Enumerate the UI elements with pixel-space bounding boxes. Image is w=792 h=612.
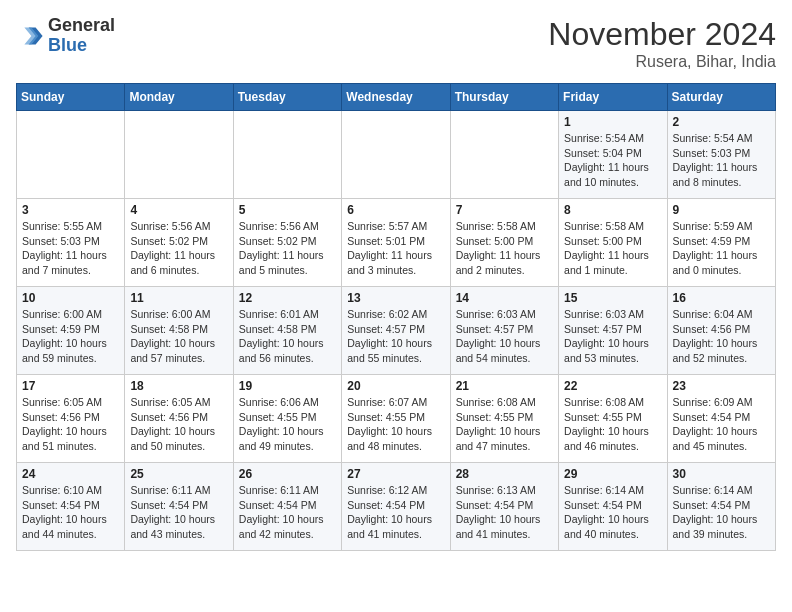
calendar-cell: 20Sunrise: 6:07 AM Sunset: 4:55 PM Dayli… — [342, 375, 450, 463]
day-info: Sunrise: 5:58 AM Sunset: 5:00 PM Dayligh… — [564, 219, 661, 278]
day-info: Sunrise: 6:00 AM Sunset: 4:58 PM Dayligh… — [130, 307, 227, 366]
day-number: 13 — [347, 291, 444, 305]
day-info: Sunrise: 5:54 AM Sunset: 5:04 PM Dayligh… — [564, 131, 661, 190]
day-info: Sunrise: 6:14 AM Sunset: 4:54 PM Dayligh… — [564, 483, 661, 542]
day-info: Sunrise: 6:03 AM Sunset: 4:57 PM Dayligh… — [564, 307, 661, 366]
weekday-header-monday: Monday — [125, 84, 233, 111]
weekday-header-row: SundayMondayTuesdayWednesdayThursdayFrid… — [17, 84, 776, 111]
day-info: Sunrise: 6:11 AM Sunset: 4:54 PM Dayligh… — [239, 483, 336, 542]
day-number: 23 — [673, 379, 770, 393]
calendar-body: 1Sunrise: 5:54 AM Sunset: 5:04 PM Daylig… — [17, 111, 776, 551]
day-info: Sunrise: 6:01 AM Sunset: 4:58 PM Dayligh… — [239, 307, 336, 366]
day-info: Sunrise: 6:14 AM Sunset: 4:54 PM Dayligh… — [673, 483, 770, 542]
logo-general-text: General — [48, 15, 115, 35]
calendar-cell: 1Sunrise: 5:54 AM Sunset: 5:04 PM Daylig… — [559, 111, 667, 199]
day-number: 8 — [564, 203, 661, 217]
day-number: 9 — [673, 203, 770, 217]
title-block: November 2024 Rusera, Bihar, India — [548, 16, 776, 71]
calendar-cell: 6Sunrise: 5:57 AM Sunset: 5:01 PM Daylig… — [342, 199, 450, 287]
calendar-cell — [233, 111, 341, 199]
day-info: Sunrise: 5:57 AM Sunset: 5:01 PM Dayligh… — [347, 219, 444, 278]
calendar-week-1: 1Sunrise: 5:54 AM Sunset: 5:04 PM Daylig… — [17, 111, 776, 199]
weekday-header-saturday: Saturday — [667, 84, 775, 111]
logo-icon — [16, 22, 44, 50]
day-info: Sunrise: 5:58 AM Sunset: 5:00 PM Dayligh… — [456, 219, 553, 278]
day-number: 26 — [239, 467, 336, 481]
calendar-cell: 26Sunrise: 6:11 AM Sunset: 4:54 PM Dayli… — [233, 463, 341, 551]
day-number: 21 — [456, 379, 553, 393]
calendar-cell: 5Sunrise: 5:56 AM Sunset: 5:02 PM Daylig… — [233, 199, 341, 287]
calendar-cell: 12Sunrise: 6:01 AM Sunset: 4:58 PM Dayli… — [233, 287, 341, 375]
day-info: Sunrise: 6:13 AM Sunset: 4:54 PM Dayligh… — [456, 483, 553, 542]
weekday-header-thursday: Thursday — [450, 84, 558, 111]
calendar-cell: 24Sunrise: 6:10 AM Sunset: 4:54 PM Dayli… — [17, 463, 125, 551]
calendar-week-2: 3Sunrise: 5:55 AM Sunset: 5:03 PM Daylig… — [17, 199, 776, 287]
calendar-cell: 16Sunrise: 6:04 AM Sunset: 4:56 PM Dayli… — [667, 287, 775, 375]
calendar-cell: 13Sunrise: 6:02 AM Sunset: 4:57 PM Dayli… — [342, 287, 450, 375]
day-number: 18 — [130, 379, 227, 393]
day-number: 7 — [456, 203, 553, 217]
logo-blue-text: Blue — [48, 35, 87, 55]
day-number: 19 — [239, 379, 336, 393]
day-number: 5 — [239, 203, 336, 217]
weekday-header-wednesday: Wednesday — [342, 84, 450, 111]
calendar-cell: 18Sunrise: 6:05 AM Sunset: 4:56 PM Dayli… — [125, 375, 233, 463]
day-number: 17 — [22, 379, 119, 393]
logo: General Blue — [16, 16, 115, 56]
month-title: November 2024 — [548, 16, 776, 53]
calendar-week-4: 17Sunrise: 6:05 AM Sunset: 4:56 PM Dayli… — [17, 375, 776, 463]
day-number: 28 — [456, 467, 553, 481]
day-number: 25 — [130, 467, 227, 481]
day-info: Sunrise: 6:06 AM Sunset: 4:55 PM Dayligh… — [239, 395, 336, 454]
calendar-header: SundayMondayTuesdayWednesdayThursdayFrid… — [17, 84, 776, 111]
calendar-cell: 27Sunrise: 6:12 AM Sunset: 4:54 PM Dayli… — [342, 463, 450, 551]
day-info: Sunrise: 5:59 AM Sunset: 4:59 PM Dayligh… — [673, 219, 770, 278]
day-number: 1 — [564, 115, 661, 129]
day-number: 30 — [673, 467, 770, 481]
calendar-cell: 9Sunrise: 5:59 AM Sunset: 4:59 PM Daylig… — [667, 199, 775, 287]
calendar-cell — [450, 111, 558, 199]
day-number: 27 — [347, 467, 444, 481]
location-subtitle: Rusera, Bihar, India — [548, 53, 776, 71]
calendar-cell: 17Sunrise: 6:05 AM Sunset: 4:56 PM Dayli… — [17, 375, 125, 463]
day-number: 22 — [564, 379, 661, 393]
calendar-cell — [17, 111, 125, 199]
day-info: Sunrise: 6:02 AM Sunset: 4:57 PM Dayligh… — [347, 307, 444, 366]
day-number: 15 — [564, 291, 661, 305]
calendar-cell: 22Sunrise: 6:08 AM Sunset: 4:55 PM Dayli… — [559, 375, 667, 463]
day-number: 29 — [564, 467, 661, 481]
calendar-cell: 28Sunrise: 6:13 AM Sunset: 4:54 PM Dayli… — [450, 463, 558, 551]
page-header: General Blue November 2024 Rusera, Bihar… — [16, 16, 776, 71]
weekday-header-friday: Friday — [559, 84, 667, 111]
calendar-week-3: 10Sunrise: 6:00 AM Sunset: 4:59 PM Dayli… — [17, 287, 776, 375]
calendar-table: SundayMondayTuesdayWednesdayThursdayFrid… — [16, 83, 776, 551]
calendar-cell: 19Sunrise: 6:06 AM Sunset: 4:55 PM Dayli… — [233, 375, 341, 463]
calendar-cell: 25Sunrise: 6:11 AM Sunset: 4:54 PM Dayli… — [125, 463, 233, 551]
day-number: 20 — [347, 379, 444, 393]
calendar-cell: 15Sunrise: 6:03 AM Sunset: 4:57 PM Dayli… — [559, 287, 667, 375]
day-info: Sunrise: 6:12 AM Sunset: 4:54 PM Dayligh… — [347, 483, 444, 542]
calendar-cell: 2Sunrise: 5:54 AM Sunset: 5:03 PM Daylig… — [667, 111, 775, 199]
day-number: 3 — [22, 203, 119, 217]
day-info: Sunrise: 6:03 AM Sunset: 4:57 PM Dayligh… — [456, 307, 553, 366]
calendar-cell: 7Sunrise: 5:58 AM Sunset: 5:00 PM Daylig… — [450, 199, 558, 287]
calendar-cell: 21Sunrise: 6:08 AM Sunset: 4:55 PM Dayli… — [450, 375, 558, 463]
day-number: 11 — [130, 291, 227, 305]
day-number: 16 — [673, 291, 770, 305]
day-number: 12 — [239, 291, 336, 305]
day-info: Sunrise: 5:55 AM Sunset: 5:03 PM Dayligh… — [22, 219, 119, 278]
calendar-week-5: 24Sunrise: 6:10 AM Sunset: 4:54 PM Dayli… — [17, 463, 776, 551]
calendar-cell: 3Sunrise: 5:55 AM Sunset: 5:03 PM Daylig… — [17, 199, 125, 287]
calendar-cell: 11Sunrise: 6:00 AM Sunset: 4:58 PM Dayli… — [125, 287, 233, 375]
calendar-cell: 23Sunrise: 6:09 AM Sunset: 4:54 PM Dayli… — [667, 375, 775, 463]
day-number: 14 — [456, 291, 553, 305]
day-info: Sunrise: 6:05 AM Sunset: 4:56 PM Dayligh… — [130, 395, 227, 454]
day-number: 6 — [347, 203, 444, 217]
day-number: 10 — [22, 291, 119, 305]
day-info: Sunrise: 5:56 AM Sunset: 5:02 PM Dayligh… — [130, 219, 227, 278]
day-info: Sunrise: 6:08 AM Sunset: 4:55 PM Dayligh… — [456, 395, 553, 454]
day-info: Sunrise: 6:09 AM Sunset: 4:54 PM Dayligh… — [673, 395, 770, 454]
calendar-cell — [125, 111, 233, 199]
calendar-cell — [342, 111, 450, 199]
day-info: Sunrise: 6:11 AM Sunset: 4:54 PM Dayligh… — [130, 483, 227, 542]
